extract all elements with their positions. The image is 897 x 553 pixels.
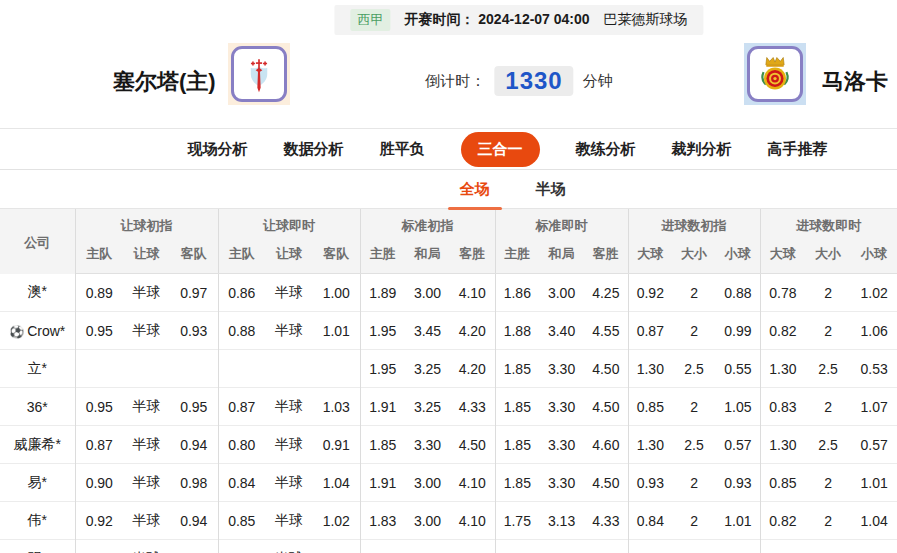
- odds-cell: 1.85: [495, 350, 539, 388]
- odds-cell: 4.60: [584, 426, 628, 464]
- tab-live-analysis[interactable]: 现场分析: [188, 140, 248, 159]
- odds-cell: 0.86: [75, 540, 123, 553]
- odds-cell: 1.30: [628, 426, 672, 464]
- odds-subcolumn-header: 和局: [539, 240, 584, 274]
- odds-subcolumn-header: 和局: [405, 240, 450, 274]
- countdown: 倒计时： 1330 分钟: [425, 66, 612, 96]
- odds-subcolumn-header: 客队: [170, 240, 218, 274]
- odds-cell: 0.88: [218, 312, 265, 350]
- odds-cell: 0.84: [218, 464, 265, 502]
- odds-cell: 1.83: [360, 502, 405, 540]
- odds-cell: 4.25: [584, 274, 628, 312]
- odds-subcolumn-header: 大球: [760, 240, 805, 274]
- odds-cell: 4.15: [584, 540, 628, 553]
- odds-row: 立*1.953.254.201.853.304.501.302.50.551.3…: [0, 350, 897, 388]
- odds-cell: 1.06: [716, 540, 760, 553]
- odds-group-header: 让球即时: [218, 209, 360, 240]
- tab-coach-analysis[interactable]: 教练分析: [576, 140, 636, 159]
- odds-cell: 0.95: [75, 312, 123, 350]
- odds-cell: 1.01: [851, 464, 897, 502]
- kickoff-time: 开赛时间： 2024-12-07 04:00: [404, 11, 589, 29]
- odds-cell: 1.85: [360, 426, 405, 464]
- tab-half-match[interactable]: 半场: [536, 180, 566, 199]
- odds-cell: 4.20: [450, 312, 495, 350]
- company-cell[interactable]: 易*: [0, 464, 75, 502]
- odds-cell: 0.57: [851, 426, 897, 464]
- tab-win-draw-lose[interactable]: 胜平负: [380, 140, 425, 159]
- company-cell[interactable]: 36*: [0, 388, 75, 426]
- odds-cell: 0.87: [628, 312, 672, 350]
- odds-cell: 半球: [123, 540, 170, 553]
- odds-subcolumn-header: 主胜: [495, 240, 539, 274]
- odds-cell: 1.01: [313, 312, 360, 350]
- odds-cell: 2: [672, 540, 716, 553]
- odds-cell: 半球: [123, 312, 170, 350]
- odds-cell: 1.88: [495, 312, 539, 350]
- nav-tab-bar: 现场分析数据分析胜平负三合一教练分析裁判分析高手推荐: [0, 129, 897, 170]
- odds-row: 36*0.95半球0.950.87半球1.031.913.254.331.853…: [0, 388, 897, 426]
- company-cell[interactable]: 威廉希*: [0, 426, 75, 464]
- odds-cell: 4.33: [450, 388, 495, 426]
- countdown-label: 倒计时：: [425, 72, 485, 91]
- odds-cell: 半球: [265, 464, 313, 502]
- league-badge[interactable]: 西甲: [350, 9, 390, 31]
- company-cell[interactable]: 澳*: [0, 274, 75, 312]
- odds-cell: 0.97: [170, 274, 218, 312]
- odds-cell: 0.53: [851, 350, 897, 388]
- tab-data-analysis[interactable]: 数据分析: [284, 140, 344, 159]
- mallorca-crest-icon: [747, 46, 803, 102]
- odds-cell: 1.04: [851, 502, 897, 540]
- odds-cell: 0.85: [760, 464, 805, 502]
- odds-cell: 1.91: [360, 388, 405, 426]
- odds-cell: 3.40: [539, 312, 584, 350]
- odds-cell: 0.95: [170, 388, 218, 426]
- odds-cell: 1.85: [495, 464, 539, 502]
- odds-cell: 半球: [123, 426, 170, 464]
- odds-cell: 0.80: [628, 540, 672, 553]
- odds-cell: 1.02: [170, 540, 218, 553]
- odds-cell: 1.05: [716, 388, 760, 426]
- odds-cell: 0.55: [716, 350, 760, 388]
- odds-cell: 2: [672, 388, 716, 426]
- odds-row: 伟*0.92半球0.940.85半球1.021.833.004.101.753.…: [0, 502, 897, 540]
- odds-subcolumn-header: 让球: [123, 240, 170, 274]
- odds-subcolumn-header: 小球: [716, 240, 760, 274]
- odds-cell: 4.50: [584, 464, 628, 502]
- odds-cell: [123, 350, 170, 388]
- company-cell[interactable]: 明*: [0, 540, 75, 553]
- odds-cell: 1.04: [313, 540, 360, 553]
- odds-group-header: 标准初指: [360, 209, 495, 240]
- odds-cell: 3.35: [539, 540, 584, 553]
- odds-cell: 0.86: [218, 274, 265, 312]
- odds-cell: 0.85: [628, 388, 672, 426]
- tab-expert-picks[interactable]: 高手推荐: [768, 140, 828, 159]
- company-cell[interactable]: 伟*: [0, 502, 75, 540]
- tab-three-in-one[interactable]: 三合一: [461, 132, 540, 167]
- odds-cell: 1.02: [851, 274, 897, 312]
- odds-cell: 4.33: [584, 502, 628, 540]
- odds-cell: 1.85: [495, 426, 539, 464]
- odds-group-header: 进球数初指: [628, 209, 760, 240]
- odds-cell: 2: [805, 502, 851, 540]
- odds-subcolumn-header: 主队: [218, 240, 265, 274]
- odds-cell: 0.92: [628, 274, 672, 312]
- odds-subcolumn-header: 客队: [313, 240, 360, 274]
- odds-cell: 0.81: [760, 540, 805, 553]
- celta-crest-icon: [231, 46, 287, 102]
- odds-cell: 4.50: [584, 350, 628, 388]
- odds-subcolumn-header: 大小: [672, 240, 716, 274]
- tab-referee-analysis[interactable]: 裁判分析: [672, 140, 732, 159]
- tab-full-match[interactable]: 全场: [460, 180, 490, 199]
- odds-cell: 3.30: [539, 426, 584, 464]
- odds-cell: 3.95: [450, 540, 495, 553]
- odds-cell: 1.85: [495, 388, 539, 426]
- odds-cell: 1.30: [760, 426, 805, 464]
- odds-cell: 1.07: [851, 540, 897, 553]
- odds-cell: 3.00: [405, 274, 450, 312]
- odds-cell: 3.30: [405, 426, 450, 464]
- company-cell[interactable]: ⚽Crow*: [0, 312, 75, 350]
- odds-subcolumn-header: 小球: [851, 240, 897, 274]
- odds-cell: 2: [805, 464, 851, 502]
- odds-row: 澳*0.89半球0.970.86半球1.001.893.004.101.863.…: [0, 274, 897, 312]
- company-cell[interactable]: 立*: [0, 350, 75, 388]
